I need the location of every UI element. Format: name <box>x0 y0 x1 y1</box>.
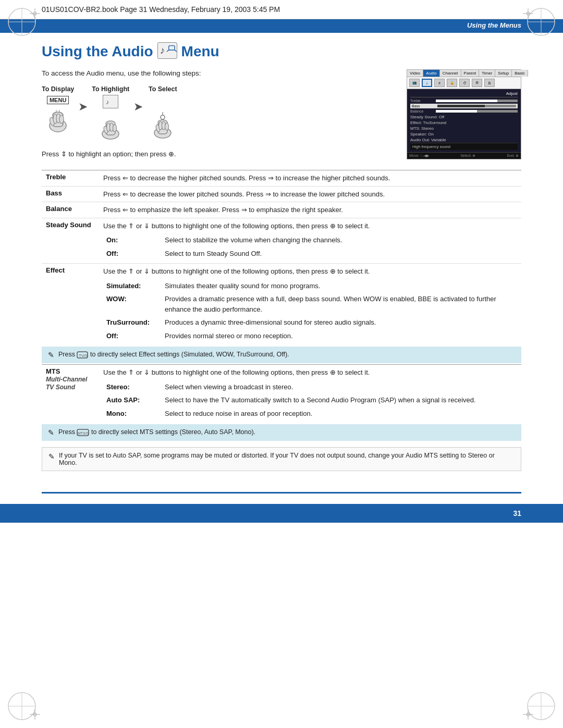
row-effect: Effect Use the ⇑ or ⇓ buttons to highlig… <box>42 264 521 346</box>
content-table: Treble Press ⇐ to decrease the higher pi… <box>42 170 521 346</box>
tv-icon-par: 🔒 <box>447 79 457 87</box>
sub-row-effect-off: Off: Provides normal stereo or mono rece… <box>104 330 516 342</box>
mts-subtitle1: Multi-Channel <box>46 376 87 383</box>
tv-tab-channel: Channel <box>440 70 461 77</box>
sub-term-simulated: Simulated: <box>104 280 162 292</box>
tv-bass-row-highlighted: Bass <box>410 104 518 108</box>
header-bar: 01US01COV-BR2.book Page 31 Wednesday, Fe… <box>0 0 563 19</box>
sub-desc-effect-off: Provides normal stereo or mono reception… <box>163 330 516 342</box>
svg-point-51 <box>165 123 169 130</box>
row-steadysound: Steady Sound Use the ⇑ or ⇓ buttons to h… <box>42 218 521 264</box>
sub-term-effect-off: Off: <box>104 330 162 342</box>
bottom-rule <box>42 492 521 493</box>
tv-menu-tabs: Video Audio Channel Parent Timer Setup B… <box>407 70 521 77</box>
tv-menu-body: Adjust Treble Bass Balance Steady Sound <box>407 89 521 152</box>
tv-icon-basic: B <box>484 79 495 87</box>
tv-menu-header: Adjust <box>410 91 518 97</box>
hand-press-icon <box>42 104 74 135</box>
tv-treble-bar <box>436 100 518 102</box>
tv-select-label: Select: ⊕ <box>460 154 475 158</box>
warning-box: ✎ If your TV is set to Auto SAP, some pr… <box>42 447 521 471</box>
term-bass: Bass <box>42 186 99 202</box>
note-text-effect: Press TV/SAT to directly select Effect s… <box>58 350 289 360</box>
row-bass: Bass Press ⇐ to decrease the lower pitch… <box>42 186 521 202</box>
tv-balance-label: Balance <box>410 109 434 113</box>
sub-desc-autosap: Select to have the TV automatically swit… <box>163 394 516 406</box>
mts-table: MTS Multi-Channel TV Sound Use the ⇑ or … <box>42 364 521 423</box>
mts-label: MTS <box>46 367 60 375</box>
tv-steadysound-item: Steady Sound: Off <box>410 114 518 120</box>
desc-steadysound: Use the ⇑ or ⇓ buttons to highlight one … <box>99 218 521 264</box>
svg-text:TV/SAT: TV/SAT <box>79 353 88 358</box>
step-highlight: To Highlight ♪ <box>92 85 129 143</box>
step-select: To Select <box>147 85 178 141</box>
note-icon-mts: ✎ <box>48 428 54 437</box>
sub-row-simulated: Simulated: Simulates theater quality sou… <box>104 280 516 292</box>
sub-row-off: Off: Select to turn Steady Sound Off. <box>104 248 516 260</box>
svg-point-34 <box>59 115 64 124</box>
desc-effect: Use the ⇑ or ⇓ buttons to highlight one … <box>99 264 521 346</box>
file-info: 01US01COV-BR2.book Page 31 Wednesday, Fe… <box>42 5 280 14</box>
term-treble: Treble <box>42 170 99 187</box>
tv-treble-row: Treble <box>410 99 518 103</box>
sub-term-autosap: Auto SAP: <box>104 394 162 406</box>
sub-row-mono: Mono: Select to reduce noise in areas of… <box>104 408 516 420</box>
sub-term-stereo: Stereo: <box>104 381 162 393</box>
tv-effect-item: Effect: TruSurround <box>410 120 518 126</box>
sub-desc-trusurround: Produces a dynamic three-dimensional sou… <box>163 316 516 329</box>
tv-speaker-item: Speaker: On <box>410 131 518 137</box>
page-title: Using the Audio ♪ Menu <box>42 43 521 60</box>
tv-icon-timer: ⏱ <box>459 79 470 87</box>
term-mts: MTS Multi-Channel TV Sound <box>42 365 99 424</box>
section-header-title: Using the Menus <box>467 21 521 29</box>
warning-text: If your TV is set to Auto SAP, some prog… <box>59 452 515 466</box>
hand-hover-icon <box>95 112 126 143</box>
sub-row-autosap: Auto SAP: Select to have the TV automati… <box>104 394 516 406</box>
tv-end-label: End: ⊗ <box>507 154 519 158</box>
tv-icon-video: 📺 <box>409 79 420 87</box>
audio-menu-icon: ♪ <box>157 42 177 59</box>
sub-desc-wow: Provides a dramatic presence with a full… <box>163 293 516 315</box>
tv-tab-video: Video <box>407 70 423 77</box>
intro-text: To access the Audio menu, use the follow… <box>42 69 391 77</box>
sub-row-stereo: Stereo: Select when viewing a broadcast … <box>104 381 516 393</box>
arrow-2: ➤ <box>133 85 143 114</box>
term-effect: Effect <box>42 264 99 346</box>
arrow-1: ➤ <box>78 85 88 114</box>
step-highlight-label: To Highlight <box>92 85 129 93</box>
tv-hint: High frequency sound <box>410 143 518 150</box>
svg-point-44 <box>113 125 117 132</box>
sub-row-on: On: Select to stabilize the volume when … <box>104 234 516 246</box>
tv-tab-basic: Basic <box>512 70 528 77</box>
svg-line-27 <box>175 50 177 52</box>
svg-line-26 <box>167 50 169 52</box>
crosshair-br <box>522 708 534 721</box>
svg-point-52 <box>161 115 165 119</box>
desc-treble: Press ⇐ to decrease the higher pitched s… <box>99 170 521 187</box>
title-prefix: Using the Audio <box>42 43 153 60</box>
menu-label: MENU <box>47 96 69 104</box>
intro-section: To access the Audio menu, use the follow… <box>42 69 521 159</box>
svg-rect-25 <box>168 46 174 50</box>
warning-icon: ✎ <box>48 452 55 461</box>
sub-term-on: On: <box>104 234 162 246</box>
tv-balance-bar <box>436 110 518 113</box>
sub-table-effect: Simulated: Simulates theater quality sou… <box>103 279 517 343</box>
tv-tab-audio: Audio <box>423 70 439 77</box>
svg-text:MTS/SAP: MTS/SAP <box>78 431 89 435</box>
tv-icons-row: 📺 ♪ # 🔒 ⏱ ⚙ B <box>407 77 521 89</box>
tv-screenshot: Video Audio Channel Parent Timer Setup B… <box>407 69 521 159</box>
step-display: To Display MENU <box>42 85 74 135</box>
intro-left: To access the Audio menu, use the follow… <box>42 69 391 159</box>
press-note: Press ⇕ to highlight an option; then pre… <box>42 150 391 158</box>
term-balance: Balance <box>42 202 99 218</box>
step-display-label: To Display <box>42 85 74 93</box>
note-box-effect: ✎ Press TV/SAT to directly select Effect… <box>42 347 521 363</box>
note-text-mts: Press MTS/SAP to directly select MTS set… <box>58 428 255 437</box>
tv-icon-setup: ⚙ <box>472 79 482 87</box>
tv-bass-label: Bass <box>412 104 435 108</box>
section-header: Using the Menus <box>0 19 563 31</box>
tv-icon-audio: ♪ <box>422 79 432 87</box>
mts-subtitle2: TV Sound <box>46 384 75 391</box>
steps-row: To Display MENU <box>42 85 391 143</box>
